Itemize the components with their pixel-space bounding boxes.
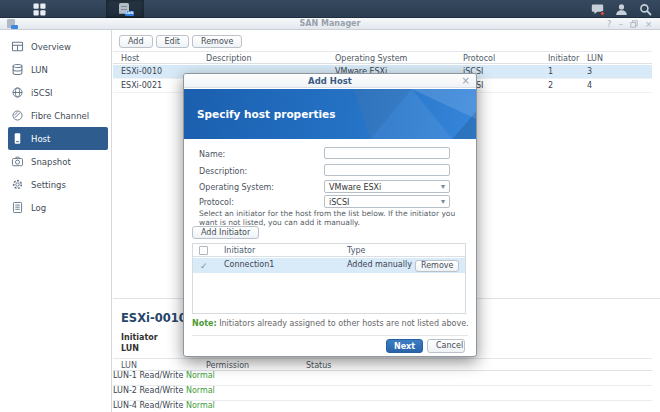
cell-permission: Read/Write bbox=[139, 401, 183, 410]
select-all-checkbox[interactable] bbox=[199, 246, 208, 255]
cell-lun-name: LUN-2 bbox=[113, 386, 137, 395]
column-header-status: Status bbox=[306, 361, 332, 370]
note-body: Initiators already assigned to other hos… bbox=[217, 319, 469, 328]
dialog-title: Add Host bbox=[184, 76, 476, 86]
sidebar-item-log[interactable]: Log bbox=[8, 196, 108, 219]
window-titlebar: SAN Manager ? – × bbox=[0, 18, 660, 30]
column-header-type: Type bbox=[347, 246, 365, 255]
cell-permission: Read/Write bbox=[139, 386, 183, 395]
san-manager-app-icon: SAN bbox=[119, 3, 132, 15]
help-icon[interactable]: ? bbox=[607, 18, 612, 30]
notifications-button[interactable] bbox=[591, 3, 604, 16]
sidebar-item-iscsi[interactable]: iSCSI bbox=[8, 81, 108, 104]
snapshot-icon bbox=[11, 155, 24, 168]
log-icon bbox=[11, 201, 24, 214]
column-header-initiator: Initiator bbox=[224, 246, 255, 255]
protocol-select[interactable]: iSCSI ▾ bbox=[324, 195, 450, 208]
name-field[interactable] bbox=[324, 147, 450, 159]
os-select-value: VMware ESXi bbox=[329, 183, 381, 192]
fibre-channel-icon bbox=[11, 109, 24, 122]
detail-host-title: ESXi-0010 bbox=[121, 311, 187, 325]
add-initiator-button[interactable]: Add Initiator bbox=[192, 226, 259, 239]
minimize-icon[interactable]: – bbox=[619, 18, 623, 30]
chevron-down-icon: ▾ bbox=[441, 197, 445, 206]
note-text: Note: Initiators already assigned to oth… bbox=[192, 319, 469, 328]
protocol-label: Protocol: bbox=[199, 198, 234, 207]
sidebar-label: Settings bbox=[31, 180, 66, 190]
name-label: Name: bbox=[199, 150, 225, 159]
column-header-initiator[interactable]: Initiator bbox=[548, 54, 579, 63]
add-button[interactable]: Add bbox=[119, 35, 153, 48]
column-header-description[interactable]: Description bbox=[206, 54, 252, 63]
close-icon[interactable]: × bbox=[645, 18, 652, 30]
initiator-row-connection1[interactable]: ✓ Connection1 Added manually Remove bbox=[193, 258, 465, 273]
sidebar-item-snapshot[interactable]: Snapshot bbox=[8, 150, 108, 173]
main-menu-button[interactable] bbox=[24, 2, 54, 16]
protocol-select-value: iSCSI bbox=[329, 198, 349, 207]
dialog-banner: Specify host properties bbox=[184, 89, 476, 139]
footer-separator bbox=[192, 335, 468, 336]
lun-row[interactable]: LUN-2 Read/Write Normal bbox=[113, 386, 652, 401]
column-header-lun[interactable]: LUN bbox=[587, 54, 603, 63]
close-icon[interactable]: × bbox=[462, 75, 470, 86]
lun-row[interactable]: LUN-1 Read/Write Normal bbox=[113, 371, 652, 386]
description-label: Description: bbox=[199, 167, 247, 176]
remove-button[interactable]: Remove bbox=[192, 35, 242, 48]
host-toolbar: Add Edit Remove bbox=[119, 35, 242, 48]
initiator-help-text: Select an initiator for the host from th… bbox=[199, 210, 467, 227]
next-button[interactable]: Next bbox=[386, 339, 423, 353]
cell-initiator: 1 bbox=[548, 67, 553, 76]
edit-button[interactable]: Edit bbox=[156, 35, 190, 48]
notification-badge bbox=[600, 11, 605, 16]
column-header-host[interactable]: Host bbox=[121, 54, 139, 63]
os-select[interactable]: VMware ESXi ▾ bbox=[324, 180, 450, 193]
search-button[interactable] bbox=[639, 3, 652, 16]
user-menu-button[interactable] bbox=[615, 3, 628, 16]
main-menu-icon bbox=[33, 3, 46, 16]
sidebar-label: Snapshot bbox=[31, 157, 71, 167]
lun-icon bbox=[11, 63, 24, 76]
sidebar-item-settings[interactable]: Settings bbox=[8, 173, 108, 196]
sidebar-item-lun[interactable]: LUN bbox=[8, 58, 108, 81]
dialog-titlebar[interactable]: Add Host × bbox=[184, 74, 476, 88]
taskbar-status-icons bbox=[591, 0, 652, 18]
cell-initiator-name: Connection1 bbox=[224, 260, 274, 269]
maximize-icon[interactable] bbox=[630, 20, 638, 28]
host-icon bbox=[11, 132, 24, 145]
search-icon bbox=[639, 3, 652, 16]
column-header-permission: Permission bbox=[206, 361, 249, 370]
add-host-dialog: Add Host × Specify host properties Name:… bbox=[183, 73, 477, 357]
cell-permission: Read/Write bbox=[139, 371, 183, 380]
lun-table-header: LUN Permission Status bbox=[113, 358, 652, 371]
cell-host: ESXi-0021 bbox=[121, 81, 162, 90]
remove-initiator-button[interactable]: Remove bbox=[415, 260, 459, 272]
column-header-os[interactable]: Operating System bbox=[335, 54, 407, 63]
column-header-protocol[interactable]: Protocol bbox=[463, 54, 495, 63]
sidebar-item-host[interactable]: Host bbox=[8, 127, 108, 150]
chevron-down-icon: ▾ bbox=[441, 182, 445, 191]
note-label: Note: bbox=[192, 319, 217, 328]
cancel-button[interactable]: Cancel bbox=[427, 339, 465, 353]
cell-host: ESXi-0010 bbox=[121, 67, 162, 76]
sidebar-label: Log bbox=[31, 203, 46, 213]
sidebar-label: LUN bbox=[31, 65, 48, 75]
dialog-step-title: Specify host properties bbox=[197, 108, 335, 120]
initiator-table: Initiator Type ✓ Connection1 Added manua… bbox=[192, 243, 466, 314]
check-icon[interactable]: ✓ bbox=[200, 261, 208, 271]
status-badge: Normal bbox=[186, 386, 215, 395]
host-table-header: Host Description Operating System Protoc… bbox=[113, 51, 652, 64]
sidebar-label: Fibre Channel bbox=[31, 111, 89, 121]
sidebar-label: Overview bbox=[31, 42, 71, 52]
user-icon bbox=[615, 3, 628, 16]
column-header-lun: LUN bbox=[121, 361, 137, 370]
description-field[interactable] bbox=[324, 164, 450, 176]
taskbar: SAN bbox=[0, 0, 660, 18]
status-badge: Normal bbox=[186, 401, 215, 410]
sidebar-item-fibre-channel[interactable]: Fibre Channel bbox=[8, 104, 108, 127]
cell-lun-name: LUN-1 bbox=[113, 371, 137, 380]
cell-lun: 3 bbox=[587, 67, 592, 76]
taskbar-san-manager-button[interactable]: SAN bbox=[106, 0, 144, 18]
status-badge: Normal bbox=[186, 371, 215, 380]
lun-row[interactable]: LUN-4 Read/Write Normal bbox=[113, 401, 652, 412]
sidebar-item-overview[interactable]: Overview bbox=[8, 35, 108, 58]
